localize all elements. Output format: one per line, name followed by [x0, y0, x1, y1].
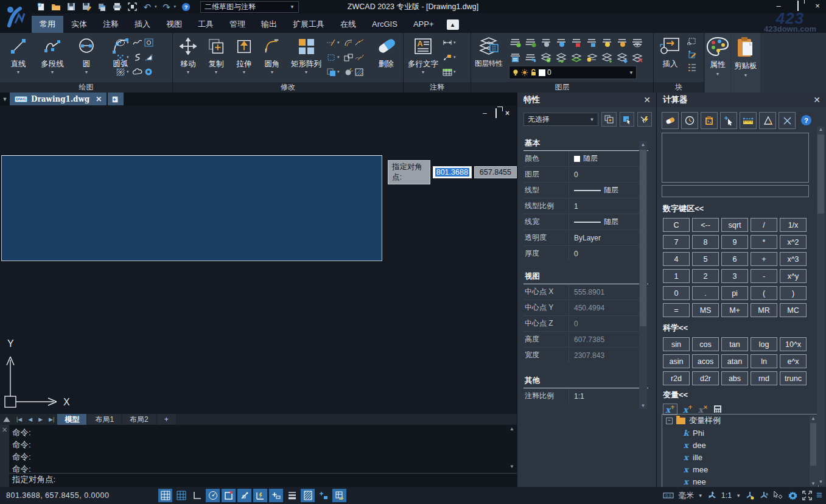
section-other-header[interactable]: 其他▼ [523, 374, 648, 388]
dimension-icon[interactable] [443, 38, 452, 47]
calc-key[interactable]: MR [751, 303, 777, 317]
numpad-title[interactable]: 数字键区<< [663, 203, 807, 214]
layer-select[interactable]: 0 ▼ [509, 66, 637, 79]
chevron-down-icon[interactable]: ▾ [453, 55, 458, 60]
variables-title[interactable]: 变量<< [663, 390, 722, 401]
tree-root[interactable]: − 变量样例 [662, 415, 818, 427]
annotation-scale-value[interactable]: 1:1 [721, 491, 732, 500]
close-doc-icon[interactable]: ✕ [96, 95, 102, 103]
share-icon[interactable]: ▴ [447, 19, 459, 30]
tree-item[interactable]: x nee [662, 475, 818, 488]
app-logo-icon[interactable] [0, 0, 32, 33]
section-view-header[interactable]: 视图▼ [523, 270, 648, 284]
calc-key[interactable]: * [751, 235, 777, 249]
layer-on-icon[interactable] [508, 35, 523, 50]
calc-key[interactable]: / [751, 218, 777, 232]
calc-key[interactable]: asin [663, 354, 690, 368]
hatch-icon[interactable] [116, 68, 125, 76]
explode-icon[interactable] [343, 68, 353, 76]
variables-tree[interactable]: − 变量样例 k Phi x dee x ille x mee x [662, 414, 819, 488]
trim-icon[interactable] [326, 38, 336, 47]
layer-states-icon[interactable] [508, 50, 523, 65]
prop-row-color[interactable]: 颜色 随层 [523, 151, 648, 167]
scientific-title[interactable]: 科学<< [663, 323, 807, 334]
match-icon[interactable] [354, 53, 364, 61]
tab-home[interactable]: 常用 [32, 16, 63, 33]
clipboard-button[interactable]: 剪贴板 ▼ [731, 33, 760, 95]
minimize-button[interactable]: – [774, 1, 783, 11]
dynamic-input-x[interactable]: 801.3688 [433, 166, 472, 178]
chevron-down-icon[interactable]: ▾ [453, 40, 458, 45]
calc-key[interactable]: 5 [692, 252, 719, 266]
revcloud-icon[interactable] [133, 68, 142, 76]
calc-key[interactable]: MS [692, 303, 719, 317]
layer-walk-icon[interactable] [523, 50, 538, 65]
new-variable-icon[interactable]: x+ [663, 404, 677, 415]
properties-button[interactable]: 属性 ▼ [705, 33, 730, 95]
dynamic-input-y[interactable]: 657.8455 [474, 166, 517, 178]
object-snap-toggle[interactable] [222, 489, 236, 502]
layer-prev-icon[interactable] [553, 50, 569, 65]
calc-key[interactable]: 4 [663, 252, 690, 266]
layer-unlock-icon[interactable] [584, 35, 599, 50]
layer-unisolate-icon[interactable] [584, 50, 599, 65]
calc-key[interactable]: sin [663, 337, 690, 351]
get-coordinates-icon[interactable] [720, 112, 737, 129]
grid-display-toggle[interactable] [158, 489, 172, 502]
calc-key[interactable]: 8 [692, 235, 719, 249]
move-button[interactable]: 移动 ▼ [174, 34, 202, 74]
osnap-tracking-toggle[interactable] [253, 489, 267, 502]
layer-bulb-icon[interactable] [538, 35, 553, 50]
prop-row-thickness[interactable]: 厚度 0 [523, 246, 648, 261]
layer-bulb-on-icon[interactable] [599, 35, 614, 50]
mtext-button[interactable]: A 多行文字 ▼ [405, 34, 441, 74]
quick-select-icon[interactable] [620, 112, 634, 127]
doc-tab-drawing1[interactable]: DWG Drawing1.dwg ✕ [10, 93, 107, 105]
calc-key[interactable]: 9 [721, 235, 748, 249]
toggle-pickadd-icon[interactable] [637, 112, 652, 127]
tab-model[interactable]: 模型 [57, 414, 86, 425]
erase-button[interactable]: 删除 [369, 34, 403, 69]
preview-icon[interactable] [127, 1, 138, 12]
prop-row-lineweight[interactable]: 线宽 随层 [523, 214, 648, 230]
osnap-3d-toggle[interactable] [237, 489, 251, 502]
prop-row-layer[interactable]: 图层 0 [523, 167, 648, 183]
chevron-down-icon[interactable]: ▾ [127, 69, 131, 74]
calc-key[interactable]: MC [780, 303, 807, 317]
calc-key[interactable]: 1 [663, 269, 690, 283]
wipeout-icon[interactable] [144, 53, 153, 61]
edit-variable-icon[interactable]: x+ [683, 404, 693, 415]
tab-arcgis[interactable]: ArcGIS [364, 16, 405, 33]
cycle-select-icon[interactable] [773, 491, 783, 500]
calc-key[interactable]: e^x [780, 354, 807, 368]
tab-output[interactable]: 输出 [253, 16, 285, 33]
publish-icon[interactable] [96, 1, 107, 12]
calc-key[interactable]: 10^x [780, 337, 807, 351]
command-prompt[interactable]: 指定对角点: [12, 474, 55, 485]
calc-key[interactable]: x^3 [780, 252, 807, 266]
spline-icon[interactable] [133, 38, 142, 47]
close-icon[interactable]: ✕ [643, 95, 651, 105]
delete-variable-icon[interactable]: x× [698, 404, 708, 415]
annotation-visibility-icon[interactable] [745, 491, 755, 500]
tab-express[interactable]: 扩展工具 [285, 16, 332, 33]
save-icon[interactable] [66, 1, 77, 12]
circle-button[interactable]: 圆 ▼ [69, 34, 103, 74]
tree-scrollbar[interactable]: ▲ ▼ [810, 416, 817, 486]
calc-key[interactable]: r2d [663, 371, 690, 385]
calc-key[interactable]: + [751, 252, 777, 266]
chevron-down-icon[interactable]: ▼ [736, 493, 741, 499]
doc-close-button[interactable]: × [505, 109, 509, 117]
collapse-icon[interactable]: − [666, 418, 673, 424]
last-layout-icon[interactable]: ▶| [46, 416, 57, 422]
calc-key[interactable]: log [751, 337, 777, 351]
section-basic-header[interactable]: 基本▼ [523, 136, 648, 151]
prev-layout-icon[interactable]: ◀ [25, 416, 35, 422]
doc-minimize-button[interactable]: – [483, 109, 487, 117]
chevron-down-icon[interactable]: ▾ [337, 55, 342, 60]
annotation-monitor-toggle[interactable] [332, 489, 346, 502]
chevron-down-icon[interactable]: ▼ [698, 493, 703, 499]
redo-dropdown-icon[interactable]: ▾ [174, 4, 177, 9]
tab-app-plus[interactable]: APP+ [405, 16, 442, 33]
prop-row-annoscale[interactable]: 注释比例 1:1 [523, 388, 648, 404]
